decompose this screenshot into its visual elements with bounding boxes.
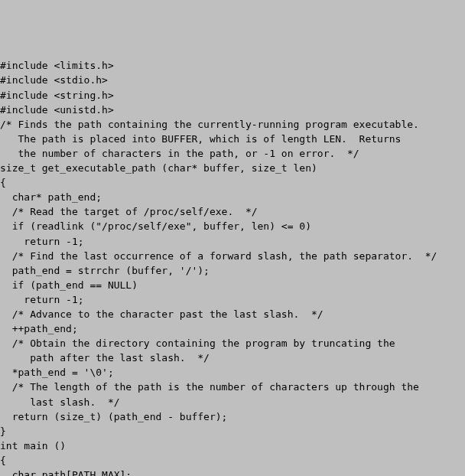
code-block: #include <limits.h> #include <stdio.h> #… <box>0 58 465 476</box>
